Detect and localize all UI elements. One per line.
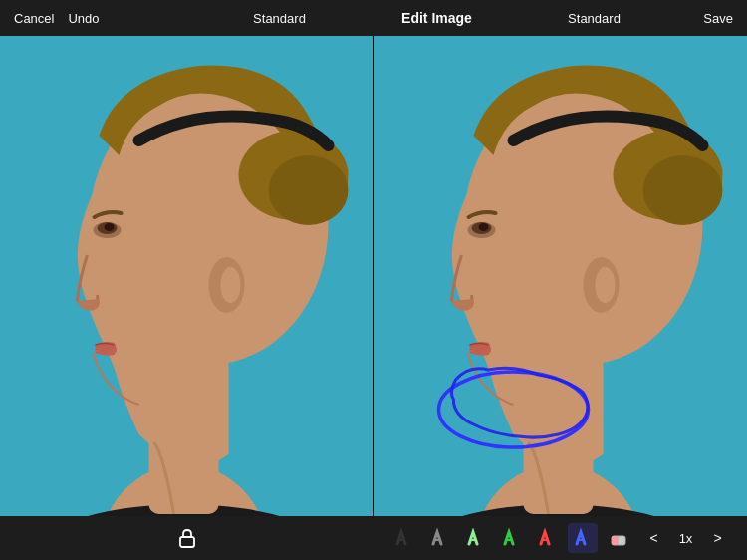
page-title: Edit Image (401, 10, 472, 26)
pen-blue-button[interactable] (568, 523, 598, 553)
next-arrow-icon: > (713, 530, 721, 546)
svg-point-19 (643, 155, 723, 225)
pen-red-button[interactable] (532, 523, 562, 553)
right-mode-label: Standard (568, 11, 621, 26)
next-button[interactable]: > (703, 523, 733, 553)
left-mode-label: Standard (253, 11, 306, 26)
prev-arrow-icon: < (649, 530, 657, 546)
pen-light-green-button[interactable] (460, 523, 490, 553)
top-bar: Cancel Undo Standard Edit Image Standard… (0, 0, 747, 36)
pen-green-button[interactable] (496, 523, 526, 553)
svg-point-22 (479, 223, 489, 231)
svg-rect-11 (149, 434, 219, 514)
left-image-panel (0, 36, 374, 516)
toolbar-left (0, 523, 374, 553)
svg-rect-33 (612, 536, 618, 545)
lock-icon (178, 527, 196, 549)
pen-blue-icon (573, 528, 593, 548)
right-image-panel (374, 36, 747, 516)
pen-gray-button[interactable] (424, 523, 454, 553)
eraser-icon (609, 528, 628, 548)
top-bar-right: Save (687, 9, 747, 27)
svg-point-17 (596, 267, 616, 303)
svg-point-10 (105, 223, 115, 231)
bottom-toolbar: < 1x > (0, 516, 747, 560)
svg-rect-25 (180, 537, 194, 547)
svg-point-5 (221, 267, 241, 303)
pen-green-icon (501, 528, 521, 548)
left-panel-mode[interactable]: Standard (186, 9, 373, 27)
save-button[interactable]: Save (703, 11, 733, 26)
undo-button[interactable]: Undo (68, 11, 99, 26)
pen-black-button[interactable] (388, 523, 418, 553)
top-bar-left: Cancel Undo (0, 11, 186, 26)
zoom-label: 1x (675, 531, 697, 546)
pen-lightgreen-icon (465, 528, 485, 548)
prev-button[interactable]: < (639, 523, 669, 553)
pen-black-icon (393, 528, 413, 548)
cancel-button[interactable]: Cancel (14, 11, 54, 26)
top-bar-title-area: Edit Image (373, 9, 501, 27)
right-panel-mode[interactable]: Standard (501, 9, 687, 27)
pen-gray-icon (429, 528, 449, 548)
main-content (0, 36, 747, 516)
eraser-button[interactable] (604, 523, 633, 553)
svg-point-7 (269, 155, 349, 225)
lock-button[interactable] (172, 523, 202, 553)
toolbar-right: < 1x > (374, 523, 747, 553)
pen-red-icon (537, 528, 557, 548)
